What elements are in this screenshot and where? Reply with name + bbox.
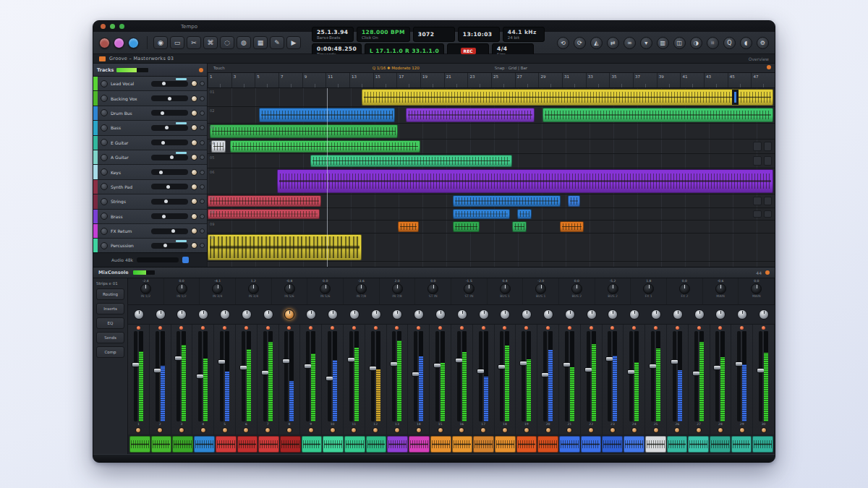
channel-record-led[interactable] — [374, 326, 378, 330]
channel-record-led[interactable] — [438, 326, 442, 330]
gain-knob[interactable] — [242, 309, 252, 320]
minimize-window-icon[interactable] — [110, 24, 115, 29]
gain-knob[interactable] — [737, 309, 747, 320]
zoom-slider[interactable] — [137, 257, 179, 262]
channel-select-button[interactable] — [330, 427, 336, 433]
track-options-icon[interactable] — [200, 125, 205, 130]
channel-fader[interactable] — [543, 331, 547, 421]
channel-record-led[interactable] — [201, 326, 205, 330]
track-volume-slider[interactable] — [151, 199, 188, 205]
lane-end-buttons[interactable] — [753, 156, 772, 166]
audio-clip[interactable] — [453, 195, 561, 207]
pan-knob[interactable] — [248, 283, 259, 294]
channel-record-led[interactable] — [632, 326, 636, 330]
gain-knob[interactable] — [176, 309, 187, 320]
snap-label[interactable]: Snap · Grid | Bar — [495, 66, 527, 70]
audio-clip[interactable] — [453, 221, 479, 232]
play-mode-button[interactable] — [128, 38, 139, 48]
track-options-icon[interactable] — [200, 140, 205, 145]
channel-record-led[interactable] — [740, 326, 744, 330]
channel-fader[interactable] — [608, 331, 611, 421]
channel-record-led[interactable] — [158, 326, 162, 330]
pan-knob[interactable] — [176, 283, 187, 294]
channel-name-tab[interactable] — [731, 436, 752, 453]
channel-name-tab[interactable] — [710, 436, 731, 453]
channel-fader[interactable] — [522, 331, 525, 421]
gain-knob[interactable] — [565, 309, 575, 320]
position-bars[interactable]: 25.1.3.94Bars+Beats — [312, 27, 354, 42]
gain-knob[interactable] — [134, 309, 144, 320]
erase-tool[interactable]: ◌ — [220, 36, 234, 49]
channel-record-led[interactable] — [697, 326, 701, 330]
audio-clip[interactable] — [208, 209, 320, 219]
channel-fader[interactable] — [457, 331, 461, 421]
channel-select-button[interactable] — [459, 427, 464, 433]
channel-fader[interactable] — [263, 331, 267, 421]
gain-knob[interactable] — [479, 309, 489, 320]
lane-end-buttons[interactable] — [753, 210, 772, 218]
audio-clip[interactable] — [542, 108, 774, 122]
gain-knob[interactable] — [457, 309, 467, 320]
track-pan-knob[interactable] — [191, 184, 197, 190]
channel-record-led[interactable] — [244, 326, 248, 330]
track-row[interactable]: Keys — [93, 165, 207, 179]
midi-icon[interactable]: ◖ — [740, 37, 752, 49]
channel-name-tab[interactable] — [752, 436, 773, 453]
auto-icon[interactable]: ◑ — [690, 37, 702, 49]
track-pan-knob[interactable] — [191, 140, 197, 146]
quantize-icon[interactable]: Q — [723, 37, 736, 49]
channel-select-button[interactable] — [286, 427, 292, 433]
channel-name-tab[interactable] — [409, 436, 430, 453]
end-button[interactable] — [764, 210, 773, 218]
channel-name-tab[interactable] — [688, 436, 709, 453]
lane-end-buttons[interactable] — [753, 197, 772, 205]
track-options-icon[interactable] — [200, 155, 205, 160]
channel-fader[interactable] — [306, 331, 310, 421]
channel-name-tab[interactable] — [258, 436, 279, 453]
slider-handle[interactable] — [159, 171, 163, 174]
channel-select-button[interactable] — [394, 427, 400, 433]
channel-name-tab[interactable] — [172, 436, 193, 453]
channel-select-button[interactable] — [718, 427, 723, 433]
track-pan-knob[interactable] — [191, 213, 197, 220]
cycle-mode-button[interactable] — [114, 38, 124, 48]
channel-record-led[interactable] — [568, 326, 571, 330]
glue-tool[interactable]: ⌘ — [203, 36, 218, 49]
channel-fader[interactable] — [134, 331, 137, 421]
channel-name-tab[interactable] — [473, 436, 494, 453]
slider-handle[interactable] — [161, 111, 164, 115]
sidebar-rack-button[interactable]: Routing — [96, 288, 124, 300]
audio-clip[interactable] — [568, 195, 580, 207]
track-pan-knob[interactable] — [191, 169, 197, 176]
audio-clip[interactable] — [398, 221, 418, 232]
channel-name-tab[interactable] — [452, 436, 473, 453]
gain-knob[interactable] — [156, 309, 166, 320]
counter-display[interactable]: 3072 — [413, 27, 455, 42]
track-options-icon[interactable] — [200, 228, 205, 234]
track-pan-knob[interactable] — [191, 80, 197, 87]
channel-select-button[interactable] — [674, 427, 680, 433]
channel-select-button[interactable] — [545, 427, 551, 433]
gain-knob[interactable] — [328, 309, 338, 320]
gain-knob[interactable] — [371, 309, 381, 320]
channel-fader[interactable] — [284, 331, 288, 421]
gain-knob[interactable] — [543, 309, 553, 320]
track-row[interactable]: FX Return — [93, 224, 207, 239]
track-row[interactable]: Drum Bus — [93, 106, 207, 121]
channel-select-button[interactable] — [222, 427, 228, 433]
channel-fader[interactable] — [500, 331, 503, 421]
slider-handle[interactable] — [166, 185, 170, 189]
play-tool[interactable]: ▶ — [286, 36, 301, 49]
metronome-icon[interactable]: ◭ — [590, 37, 603, 49]
channel-record-led[interactable] — [137, 326, 140, 330]
track-volume-slider[interactable] — [151, 95, 188, 101]
track-volume-slider[interactable] — [151, 155, 188, 160]
record-mode-button[interactable] — [99, 38, 110, 48]
channel-record-led[interactable] — [762, 326, 765, 330]
channel-record-led[interactable] — [287, 326, 291, 330]
pan-knob[interactable] — [751, 283, 762, 294]
channel-select-button[interactable] — [653, 427, 659, 433]
track-options-icon[interactable] — [200, 184, 205, 189]
audio-clip[interactable] — [310, 155, 512, 167]
channel-select-button[interactable] — [480, 427, 486, 433]
